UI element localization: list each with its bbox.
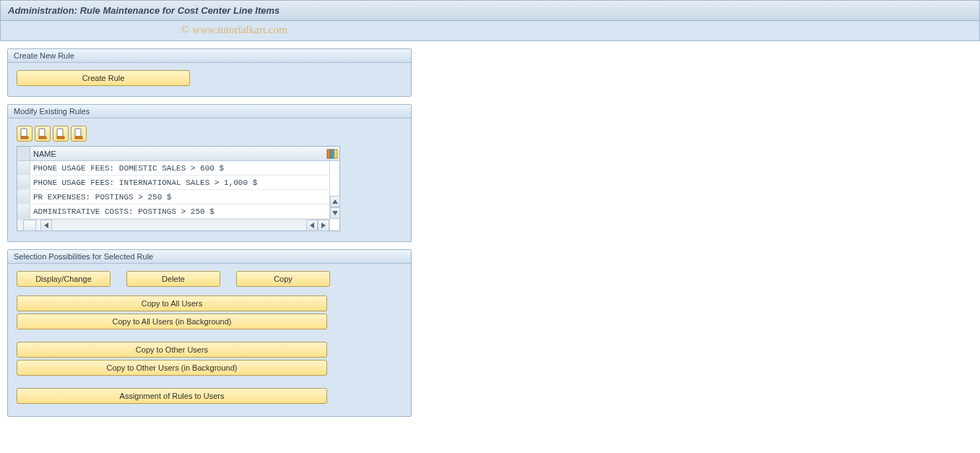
delete-label: Delete [162, 275, 185, 283]
display-change-label: Display/Change [35, 275, 92, 283]
page-title: Administration: Rule Maintenance for Cos… [8, 5, 279, 16]
rules-grid: NAME [17, 146, 340, 231]
svg-rect-5 [331, 150, 334, 158]
grid-toolbar-button-2[interactable] [35, 126, 51, 142]
triangle-right-icon [321, 223, 326, 228]
column-settings-button[interactable] [326, 147, 339, 160]
scroll-left2-button[interactable] [306, 220, 318, 231]
group-selection-possibilities: Selection Possibilities for Selected Rul… [7, 249, 412, 417]
assignment-of-rules-label: Assignment of Rules to Users [120, 392, 225, 400]
grid-vertical-scrollbar[interactable] [329, 161, 339, 230]
grid-toolbar-button-4[interactable] [71, 126, 87, 142]
scroll-left-button[interactable] [40, 220, 52, 231]
rule-name-cell: ADMINISTRATIVE COSTS: POSTINGS > 250 $ [30, 207, 329, 216]
document-variant-icon [19, 128, 30, 139]
grid-horizontal-scrollbar[interactable] [17, 219, 329, 230]
copy-button[interactable]: Copy [236, 271, 330, 287]
column-header-name[interactable]: NAME [30, 150, 326, 158]
group-title-create: Create New Rule [8, 49, 411, 63]
group-title-modify: Modify Existing Rules [8, 105, 411, 118]
copy-to-other-users-label: Copy to Other Users [136, 345, 208, 354]
triangle-left-icon [310, 223, 314, 228]
rule-name-cell: PHONE USAGE FEES: INTERNATIONAL SALES > … [30, 178, 329, 187]
rules-grid-body: PHONE USAGE FEES: DOMESTIC SALES > 600 $… [17, 161, 329, 219]
row-handle[interactable] [17, 176, 30, 189]
assignment-of-rules-button[interactable]: Assignment of Rules to Users [17, 388, 327, 404]
row-selector-toggle[interactable] [23, 220, 36, 231]
table-row[interactable]: PR EXPENSES: POSTINGS > 250 $ [17, 190, 329, 204]
svg-rect-6 [334, 150, 337, 158]
copy-to-other-users-bg-button[interactable]: Copy to Other Users (in Background) [17, 360, 327, 376]
scroll-right-button[interactable] [318, 220, 329, 231]
scroll-up-button[interactable] [330, 196, 340, 207]
svg-rect-1 [39, 129, 45, 137]
scroll-down-button[interactable] [330, 207, 340, 219]
grid-corner-handle[interactable] [17, 147, 30, 160]
svg-rect-4 [327, 150, 330, 158]
row-handle[interactable] [17, 161, 30, 175]
copy-to-other-users-button[interactable]: Copy to Other Users [17, 342, 327, 358]
document-variant-icon [55, 128, 66, 139]
svg-rect-3 [75, 129, 81, 137]
copy-label: Copy [274, 275, 292, 283]
grid-toolbar-button-3[interactable] [53, 126, 69, 142]
delete-button[interactable]: Delete [126, 271, 220, 287]
table-row[interactable]: PHONE USAGE FEES: INTERNATIONAL SALES > … [17, 176, 329, 190]
document-variant-icon [73, 128, 84, 139]
title-bar: Administration: Rule Maintenance for Cos… [0, 0, 980, 21]
row-handle[interactable] [17, 190, 30, 204]
rule-name-cell: PHONE USAGE FEES: DOMESTIC SALES > 600 $ [30, 164, 329, 173]
group-title-selection: Selection Possibilities for Selected Rul… [8, 250, 411, 264]
group-modify-existing-rules: Modify Existing Rules [7, 104, 412, 242]
row-handle[interactable] [17, 204, 30, 218]
display-change-button[interactable]: Display/Change [17, 271, 110, 287]
watermark-text: © www.tutorialkart.com [181, 24, 287, 36]
grid-toolbar-button-1[interactable] [17, 126, 32, 142]
svg-rect-0 [21, 129, 27, 137]
application-toolbar: © www.tutorialkart.com [0, 21, 980, 41]
rules-grid-header-row: NAME [17, 147, 339, 161]
copy-to-all-users-bg-label: Copy to All Users (in Background) [112, 317, 231, 326]
document-variant-icon [37, 128, 48, 139]
svg-rect-2 [57, 129, 63, 137]
triangle-down-icon [332, 211, 338, 215]
copy-to-all-users-label: Copy to All Users [142, 299, 202, 308]
table-row[interactable]: PHONE USAGE FEES: DOMESTIC SALES > 600 $ [17, 161, 329, 176]
create-rule-button-label: Create Rule [82, 74, 125, 82]
copy-to-all-users-button[interactable]: Copy to All Users [17, 295, 327, 311]
grid-toolbar [17, 126, 402, 142]
triangle-left-icon [44, 223, 48, 228]
table-row[interactable]: ADMINISTRATIVE COSTS: POSTINGS > 250 $ [17, 204, 329, 219]
triangle-up-icon [332, 199, 338, 204]
rule-name-cell: PR EXPENSES: POSTINGS > 250 $ [30, 193, 329, 202]
column-settings-icon [326, 148, 338, 160]
copy-to-other-users-bg-label: Copy to Other Users (in Background) [107, 363, 238, 372]
copy-to-all-users-bg-button[interactable]: Copy to All Users (in Background) [17, 314, 327, 329]
group-create-new-rule: Create New Rule Create Rule [7, 48, 412, 97]
create-rule-button[interactable]: Create Rule [17, 70, 190, 86]
